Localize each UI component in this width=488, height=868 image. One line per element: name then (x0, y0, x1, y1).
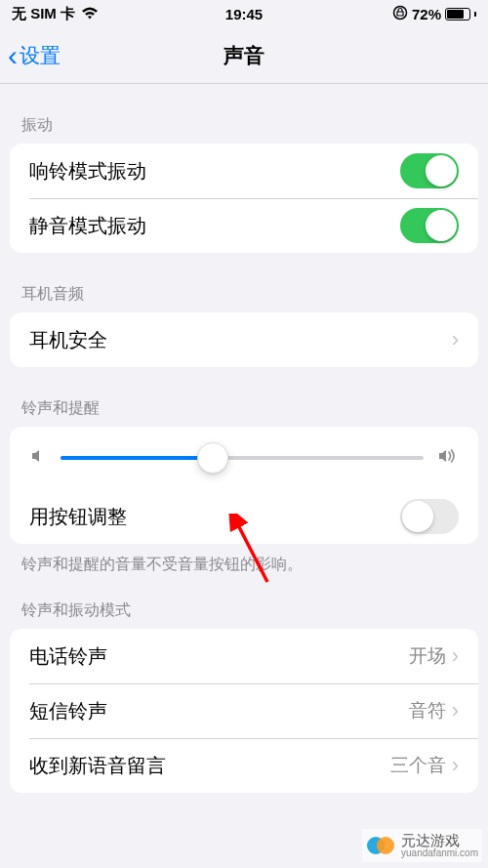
volume-slider[interactable] (61, 456, 424, 460)
section-header-ringer: 铃声和提醒 (0, 367, 488, 427)
row-voicemail[interactable]: 收到新语音留言 三个音 › (10, 738, 478, 793)
group-patterns: 电话铃声 开场 › 短信铃声 音符 › 收到新语音留言 三个音 › (10, 629, 478, 793)
group-headphone: 耳机安全 › (10, 312, 478, 367)
section-footer-ringer: 铃声和提醒的音量不受音量按钮的影响。 (0, 544, 488, 575)
wifi-icon (81, 6, 99, 22)
watermark: 元达游戏 yuandafanmi.com (362, 829, 482, 862)
row-label: 用按钮调整 (29, 504, 400, 530)
row-value: 音符 (409, 698, 446, 723)
back-label: 设置 (20, 42, 61, 69)
toggle-ring-vibrate[interactable] (400, 153, 459, 188)
watermark-logo-icon (366, 831, 395, 860)
volume-low-icon (29, 447, 47, 469)
chevron-left-icon: ‹ (8, 41, 18, 70)
watermark-brand: 元达游戏 (401, 833, 478, 848)
toggle-silent-vibrate[interactable] (400, 208, 459, 243)
slider-thumb[interactable] (197, 442, 228, 474)
row-ringtone[interactable]: 电话铃声 开场 › (10, 629, 478, 683)
row-change-with-buttons[interactable]: 用按钮调整 (10, 489, 478, 544)
row-label: 响铃模式振动 (29, 158, 400, 185)
row-value: 开场 (409, 643, 446, 669)
row-label: 收到新语音留言 (29, 753, 390, 779)
row-ring-vibrate[interactable]: 响铃模式振动 (10, 144, 478, 198)
row-text-tone[interactable]: 短信铃声 音符 › (10, 683, 478, 738)
clock: 19:45 (225, 6, 263, 22)
row-label: 电话铃声 (29, 643, 409, 670)
orientation-lock-icon (392, 5, 408, 23)
watermark-url: yuandafanmi.com (401, 848, 478, 859)
section-header-patterns: 铃声和振动模式 (0, 575, 488, 629)
back-button[interactable]: ‹ 设置 (8, 41, 61, 70)
toggle-change-with-buttons[interactable] (400, 499, 459, 534)
chevron-right-icon: › (452, 698, 459, 723)
chevron-right-icon: › (452, 643, 459, 669)
group-vibration: 响铃模式振动 静音模式振动 (10, 144, 478, 253)
group-ringer: 用按钮调整 (10, 427, 478, 544)
svg-point-3 (377, 837, 394, 854)
status-bar: 无 SIM 卡 19:45 72% (0, 0, 488, 27)
section-header-headphone: 耳机音频 (0, 253, 488, 312)
row-label: 静音模式振动 (29, 213, 400, 239)
row-label: 耳机安全 (29, 327, 452, 353)
volume-high-icon (437, 447, 459, 469)
chevron-right-icon: › (452, 327, 459, 352)
nav-bar: ‹ 设置 声音 (0, 27, 488, 84)
carrier-text: 无 SIM 卡 (12, 5, 75, 23)
row-headphone-safety[interactable]: 耳机安全 › (10, 312, 478, 367)
battery-icon (445, 8, 470, 21)
row-silent-vibrate[interactable]: 静音模式振动 (10, 198, 478, 253)
battery-percent: 72% (412, 6, 441, 22)
section-header-vibration: 振动 (0, 84, 488, 144)
row-value: 三个音 (390, 753, 446, 778)
chevron-right-icon: › (452, 753, 459, 778)
settings-content: 振动 响铃模式振动 静音模式振动 耳机音频 耳机安全 › 铃声和提醒 (0, 84, 488, 868)
row-volume-slider (10, 427, 478, 489)
page-title: 声音 (224, 42, 264, 69)
row-label: 短信铃声 (29, 698, 409, 724)
